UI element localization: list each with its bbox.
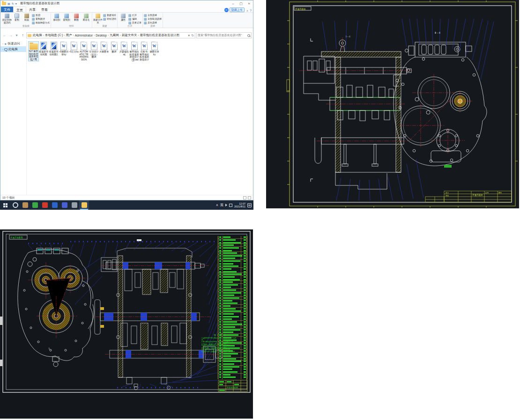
breadcrumb-item[interactable]: 九藏网 [109,33,119,37]
tab-file[interactable]: 文件 [1,7,13,12]
maximize-button[interactable]: ▢ [237,0,245,7]
breadcrumb-item[interactable]: Administrator [74,34,93,37]
file-item[interactable]: 变速器传动简图 [39,42,49,56]
indigo-app-button[interactable] [59,200,69,210]
item-count: 13 个项目 [2,196,15,200]
file-item[interactable]: W~5正文by [69,42,79,53]
tab-home[interactable]: 主页 [13,7,26,12]
chevron-right-icon[interactable]: › [2,42,3,45]
ribbon-collapse-icon[interactable]: ∧ [246,9,248,12]
breadcrumb-item[interactable]: 履带拖拉机变速器改造设计图 [140,33,180,37]
grey-app-button[interactable] [69,200,79,210]
tray-clock[interactable]: 12:07 2021/8/11 [234,202,245,208]
refresh-icon[interactable]: ↻ [191,34,194,37]
properties-button[interactable]: 属性 [119,13,128,22]
tray-date: 2021/8/11 [234,205,245,208]
close-button[interactable]: × [245,0,253,7]
file-name: 任务书-履带拖拉机变速器改造设计 [140,51,149,61]
sidebar-item-quick-access[interactable]: › ★ 快速访问 [0,41,26,46]
edit-button[interactable]: 编辑 [128,17,141,21]
pin-button[interactable]: 固定到快速访问 [2,13,12,24]
copy-path-button[interactable]: 复制路径 [32,17,50,21]
screenshot-canvas: ▤ ↻ ▾ 履带拖拉机变速器改造设计图 – ▢ × 文件 主页 共享 查看 ∞ … [0,0,520,420]
file-item[interactable]: W摘要目录by [149,42,159,56]
history-dropdown-icon[interactable]: ▾ [14,33,19,37]
file-item[interactable]: W翻译 [109,42,119,53]
group-label-clipboard: 剪贴板 [2,24,50,28]
start-button[interactable] [0,200,10,210]
file-item[interactable]: 变速器传动简图1 [49,42,59,56]
undo-icon[interactable]: ↻ [12,2,14,5]
copy-button[interactable]: 复制 [12,13,22,22]
file-item[interactable]: 527 履带拖拉机变速器改造设计图(有cad图) [29,42,38,61]
list-view-icon[interactable] [243,196,246,199]
easy-access-button[interactable]: 轻松访问 [103,17,116,21]
search-box[interactable]: 搜索"履带拖拉机变速器改造设计图" [196,32,252,38]
breadcrumb-item[interactable]: 本地磁盘 (C:) [45,33,64,37]
group-label-select: 选择 [144,24,162,28]
address-dropdown-icon[interactable]: ▾ [188,34,190,37]
file-item[interactable]: W~5摘要目录by [59,42,69,56]
cut-button[interactable]: 剪切 [32,14,50,17]
netdisk-icon[interactable]: ∞ [224,8,229,12]
file-name: 履带拖拉机变速器改造设计（有cad图） [129,51,139,61]
bom-table [218,236,247,379]
doc-icon: W [101,42,107,50]
thumbnail-view-icon[interactable] [248,196,251,199]
new-folder-button[interactable]: 新建文件夹 [93,13,103,24]
browser-app-button[interactable] [10,200,20,210]
breadcrumb-box[interactable]: 此电脑›本地磁盘 (C:)›用户›Administrator›Desktop›九… [26,32,195,38]
select-all-button[interactable]: 全部选择 [144,14,162,17]
forward-icon[interactable]: → [8,33,13,37]
file-explorer-app-button[interactable] [79,200,89,210]
breadcrumb-item[interactable]: 新建文件夹 [121,33,138,37]
ime-indicator[interactable]: 英 [220,203,223,207]
notification-icon[interactable] [247,203,252,207]
minimize-button[interactable]: – [229,0,237,7]
chevron-down-icon[interactable]: ▾ [15,2,17,5]
blue-app-button[interactable] [50,200,59,210]
paste-shortcut-button[interactable]: 粘贴快捷方式 [32,21,50,24]
tan-app-button[interactable] [20,200,30,210]
copy-to-button[interactable]: 复制到 [62,13,71,22]
quick-access-toolbar-icon[interactable]: ▤ [7,2,10,5]
history-button[interactable]: 历史记录 [128,21,141,24]
file-item[interactable]: W履带拖拉机变速器改造设计（有cad图） [129,42,139,61]
ribbon: 固定到快速访问 复制 粘贴 剪切 复制路径 粘贴快捷方式 [0,13,253,28]
new-item-button[interactable]: 新建项目 [103,14,116,17]
paste-button[interactable]: 粘贴 [22,13,31,22]
move-to-button[interactable]: 移动到 [52,13,61,22]
red-app-button[interactable] [40,200,50,210]
network-icon[interactable] [229,204,232,207]
up-icon[interactable]: ↑ [20,33,25,37]
green-app-button[interactable] [30,200,40,210]
sidebar-item-this-pc[interactable]: › 此电脑 [0,46,26,52]
breadcrumb-item[interactable]: 用户 [65,33,72,37]
cad-icon [40,42,47,50]
help-icon[interactable]: ? [250,9,252,12]
quick-access-label: 快速访问 [7,42,20,46]
breadcrumb-item[interactable]: Desktop [95,34,107,37]
search-icon[interactable] [247,34,250,37]
tab-share[interactable]: 共享 [26,7,38,12]
open-button[interactable]: 打开 [128,14,141,17]
invert-selection-button[interactable]: 反向选择 [144,21,162,24]
delete-button[interactable]: 删除 [72,13,81,22]
tab-view[interactable]: 查看 [38,7,51,12]
chevron-right-icon[interactable]: › [2,48,3,51]
tray-chevron-icon[interactable]: ∧ [216,203,218,207]
volume-icon[interactable] [225,204,227,206]
select-none-button[interactable]: 全部取消选择 [144,17,162,21]
breadcrumb-item[interactable]: 此电脑 [32,33,43,37]
file-item[interactable]: WAUTOMATIC TRANSMISSION [79,42,89,61]
file-item[interactable]: W大纲要求 [99,42,109,53]
invert-selection-label: 反向选择 [148,21,157,24]
file-item[interactable]: W任务书-履带拖拉机变速器改造设计 [140,42,149,61]
rename-button[interactable]: 重命名 [82,13,91,22]
file-item[interactable]: W毕业设计（论文）翻译 [89,42,99,59]
hide-upload-button[interactable]: 隐藏上传 [230,7,245,12]
folder-icon [30,44,38,50]
file-item[interactable]: W开题报告wj [119,42,129,56]
doc-icon: W [81,42,87,50]
back-icon[interactable]: ← [2,33,7,37]
